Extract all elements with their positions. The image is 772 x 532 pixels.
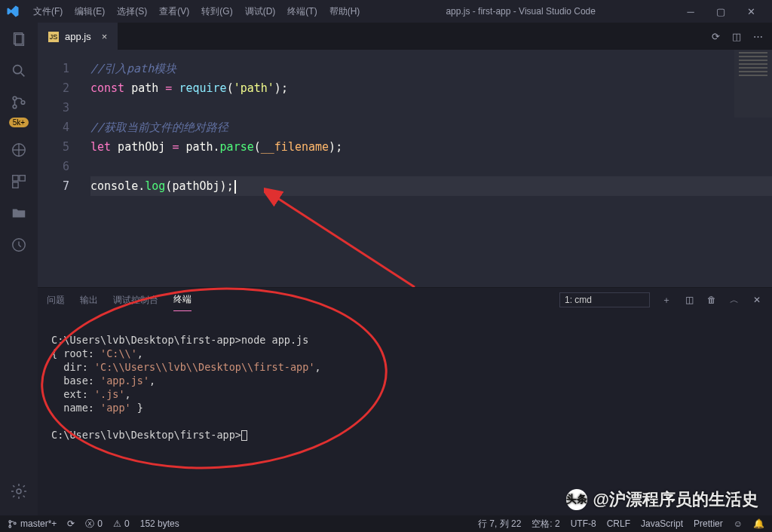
new-terminal-icon[interactable]: ＋: [660, 294, 672, 306]
svg-rect-11: [20, 176, 25, 181]
maximize-panel-icon[interactable]: ︿: [728, 294, 740, 306]
svg-rect-12: [13, 182, 18, 188]
svg-point-16: [9, 520, 11, 522]
prettier-status[interactable]: Prettier: [694, 518, 723, 529]
svg-point-5: [13, 105, 17, 109]
encoding[interactable]: UTF-8: [571, 518, 596, 529]
settings-icon[interactable]: [10, 482, 28, 500]
window-controls: ─ ▢ ✕: [676, 0, 766, 23]
menu-help[interactable]: 帮助(H): [323, 5, 366, 18]
vscode-logo-icon: [6, 5, 20, 18]
menu-file[interactable]: 文件(F): [27, 5, 69, 18]
svg-point-18: [14, 522, 16, 524]
panel-tab-terminal[interactable]: 终端: [173, 289, 191, 311]
notifications-icon[interactable]: 🔔: [753, 518, 764, 529]
editor-zone: JS app.js × ⟳ ◫ ⋯ 123 456 7 //引入path模块 c…: [38, 23, 772, 515]
close-panel-icon[interactable]: ✕: [751, 294, 763, 306]
scm-badge: 5k+: [9, 118, 29, 127]
svg-rect-10: [13, 176, 18, 181]
panel-tabs: 问题 输出 调试控制台 终端 1: cmd ＋ ◫ 🗑 ︿ ✕: [38, 288, 772, 312]
file-size: 152 bytes: [140, 518, 179, 529]
compare-changes-icon[interactable]: ⟳: [712, 31, 720, 42]
svg-point-2: [14, 66, 22, 74]
split-terminal-icon[interactable]: ◫: [683, 294, 695, 306]
terminal-content[interactable]: C:\Users\lvb\Desktop\first-app>node app.…: [38, 312, 772, 515]
panel-tab-output[interactable]: 输出: [80, 289, 98, 311]
minimap[interactable]: [734, 50, 772, 118]
source-control-icon[interactable]: [10, 93, 28, 112]
folder-icon[interactable]: [10, 204, 28, 222]
tab-app-js[interactable]: JS app.js ×: [38, 23, 118, 50]
watermark-icon: 头条: [566, 489, 587, 510]
js-file-icon: JS: [48, 32, 59, 42]
editor-cursor: [234, 180, 236, 194]
svg-point-4: [13, 96, 17, 100]
cursor-position[interactable]: 行 7, 列 22: [478, 518, 521, 530]
maximize-button[interactable]: ▢: [706, 0, 736, 23]
menu-terminal[interactable]: 终端(T): [281, 5, 323, 18]
watermark: 头条 @沪漂程序员的生活史: [566, 488, 758, 511]
window-title: app.js - first-app - Visual Studio Code: [366, 6, 676, 17]
feedback-icon[interactable]: ☺: [734, 518, 743, 529]
minimize-button[interactable]: ─: [676, 0, 706, 23]
extensions-icon[interactable]: [10, 173, 28, 191]
svg-point-17: [9, 525, 11, 527]
menu-edit[interactable]: 编辑(E): [69, 5, 111, 18]
line-gutter: 123 456 7: [38, 50, 83, 287]
menu-select[interactable]: 选择(S): [111, 5, 153, 18]
warnings-count[interactable]: ⚠ 0: [113, 518, 130, 529]
debug-icon[interactable]: [10, 141, 28, 159]
close-button[interactable]: ✕: [736, 0, 766, 23]
git-branch[interactable]: master*+: [8, 518, 57, 529]
menu-view[interactable]: 查看(V): [153, 5, 195, 18]
history-icon[interactable]: [10, 236, 28, 254]
tab-close-icon[interactable]: ×: [102, 31, 108, 42]
indent-setting[interactable]: 空格: 2: [532, 518, 559, 530]
terminal-selector[interactable]: 1: cmd: [559, 292, 650, 307]
tab-bar: JS app.js × ⟳ ◫ ⋯: [38, 23, 772, 50]
svg-line-3: [21, 73, 25, 77]
split-editor-icon[interactable]: ◫: [732, 31, 741, 42]
eol[interactable]: CRLF: [607, 518, 630, 529]
activity-bar: 5k+: [0, 23, 38, 515]
errors-count[interactable]: ⓧ 0: [85, 518, 103, 530]
panel-tab-debug-console[interactable]: 调试控制台: [113, 289, 158, 311]
svg-point-6: [21, 101, 25, 105]
search-icon[interactable]: [10, 62, 28, 80]
more-actions-icon[interactable]: ⋯: [753, 31, 763, 42]
kill-terminal-icon[interactable]: 🗑: [706, 294, 718, 306]
title-bar: 文件(F) 编辑(E) 选择(S) 查看(V) 转到(G) 调试(D) 终端(T…: [0, 0, 772, 23]
tab-filename: app.js: [65, 31, 91, 42]
code-editor[interactable]: 123 456 7 //引入path模块 const path = requir…: [38, 50, 772, 287]
svg-point-14: [17, 489, 21, 494]
language-mode[interactable]: JavaScript: [641, 518, 683, 529]
status-bar: master*+ ⟳ ⓧ 0 ⚠ 0 152 bytes 行 7, 列 22 空…: [0, 515, 772, 532]
menu-debug[interactable]: 调试(D): [239, 5, 282, 18]
panel-tab-problems[interactable]: 问题: [47, 289, 65, 311]
panel: 问题 输出 调试控制台 终端 1: cmd ＋ ◫ 🗑 ︿ ✕ C:\Users…: [38, 287, 772, 515]
terminal-cursor: [241, 430, 247, 441]
sync-icon[interactable]: ⟳: [67, 518, 75, 529]
menu-bar: 文件(F) 编辑(E) 选择(S) 查看(V) 转到(G) 调试(D) 终端(T…: [27, 5, 366, 18]
code-content[interactable]: //引入path模块 const path = require('path');…: [83, 50, 772, 287]
explorer-icon[interactable]: [10, 30, 28, 48]
watermark-text: @沪漂程序员的生活史: [593, 488, 758, 511]
menu-goto[interactable]: 转到(G): [195, 5, 238, 18]
